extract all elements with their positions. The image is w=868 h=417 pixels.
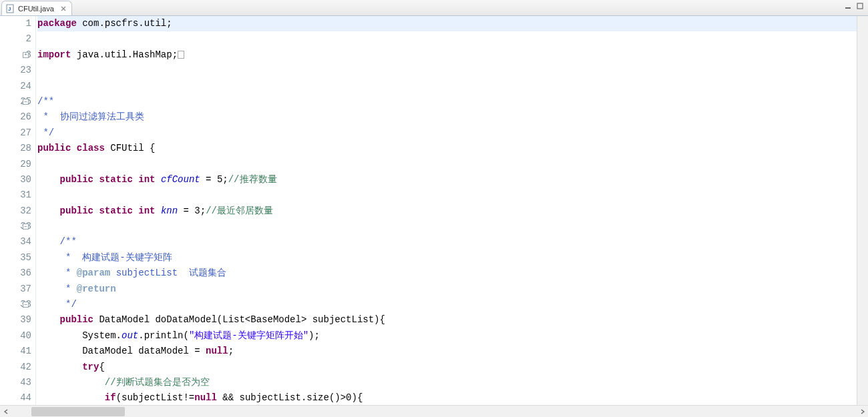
code-line[interactable]: /**: [37, 234, 868, 250]
line-number: 27: [0, 125, 31, 141]
code-line[interactable]: * @return: [37, 282, 868, 297]
code-line[interactable]: public static int knn = 3;//最近邻居数量: [37, 203, 868, 219]
line-number: 2: [0, 31, 31, 47]
svg-rect-3: [857, 3, 863, 9]
code-line[interactable]: * 协同过滤算法工具类: [37, 109, 868, 125]
line-number: 36: [0, 266, 31, 281]
code-line[interactable]: if(subjectList!=null && subjectList.size…: [37, 390, 868, 405]
code-line[interactable]: try{: [37, 360, 868, 375]
code-line[interactable]: [37, 157, 868, 172]
line-number: 29: [0, 157, 31, 172]
fold-collapse-icon[interactable]: −: [23, 302, 29, 308]
code-line[interactable]: */: [37, 125, 868, 141]
line-number: 26: [0, 109, 31, 125]
code-line[interactable]: import java.util.HashMap;: [37, 47, 868, 63]
line-number: 44: [0, 390, 31, 405]
folded-region-icon[interactable]: [178, 51, 184, 59]
line-number: 43: [0, 375, 31, 390]
minimize-icon[interactable]: [843, 1, 853, 11]
window-controls: [843, 1, 865, 11]
vertical-scrollbar[interactable]: [857, 16, 868, 405]
scroll-right-icon[interactable]: [857, 406, 868, 417]
scroll-thumb[interactable]: [31, 407, 125, 416]
fold-collapse-icon[interactable]: −: [23, 224, 29, 230]
code-line[interactable]: * 构建试题-关键字矩阵: [37, 250, 868, 266]
code-line[interactable]: */: [37, 297, 868, 312]
code-line[interactable]: /**: [37, 94, 868, 109]
line-number: 40: [0, 328, 31, 344]
tab-bar: J CFUtil.java: [0, 0, 868, 16]
code-line[interactable]: [37, 187, 868, 203]
code-line[interactable]: [37, 31, 868, 47]
line-number: 24: [0, 79, 31, 94]
horizontal-scrollbar[interactable]: [0, 405, 868, 417]
code-line[interactable]: public DataModel doDataModel(List<BaseMo…: [37, 312, 868, 328]
svg-text:J: J: [8, 6, 11, 12]
scroll-track[interactable]: [11, 406, 857, 417]
line-number: 23: [0, 63, 31, 78]
code-line[interactable]: //判断试题集合是否为空: [37, 375, 868, 390]
line-number: 31: [0, 187, 31, 203]
line-number: 28: [0, 141, 31, 156]
svg-rect-2: [845, 7, 851, 9]
line-number: 30: [0, 172, 31, 187]
line-number: 42: [0, 360, 31, 375]
line-number-gutter: 123+232425−2627282930313233−3435363738−3…: [0, 16, 36, 405]
code-area[interactable]: package com.pscfrs.util;import java.util…: [36, 16, 868, 405]
line-number: 32: [0, 203, 31, 219]
code-line[interactable]: public static int cfCount = 5;//推荐数量: [37, 172, 868, 187]
code-line[interactable]: public class CFUtil {: [37, 141, 868, 156]
line-number: 25−: [0, 94, 31, 109]
fold-collapse-icon[interactable]: −: [23, 99, 29, 105]
code-line[interactable]: package com.pscfrs.util;: [37, 16, 868, 31]
editor-tab[interactable]: J CFUtil.java: [1, 1, 72, 15]
code-line[interactable]: DataModel dataModel = null;: [37, 344, 868, 359]
line-number: 35: [0, 250, 31, 266]
code-line[interactable]: * @param subjectList 试题集合: [37, 266, 868, 281]
close-icon[interactable]: [59, 5, 67, 13]
tab-filename: CFUtil.java: [18, 5, 54, 13]
line-number: 1: [0, 16, 31, 31]
line-number: 39: [0, 312, 31, 328]
code-line[interactable]: [37, 63, 868, 78]
line-number: 41: [0, 344, 31, 359]
scroll-left-icon[interactable]: [0, 406, 11, 417]
fold-expand-icon[interactable]: +: [23, 52, 29, 58]
code-line[interactable]: [37, 79, 868, 94]
line-number: 3+: [0, 47, 31, 63]
code-line[interactable]: System.out.println("构建试题-关键字矩阵开始");: [37, 328, 868, 344]
editor-area: 123+232425−2627282930313233−3435363738−3…: [0, 16, 868, 405]
line-number: 38−: [0, 297, 31, 312]
line-number: 33−: [0, 219, 31, 234]
code-line[interactable]: [37, 219, 868, 234]
line-number: 34: [0, 234, 31, 250]
line-number: 37: [0, 282, 31, 297]
maximize-icon[interactable]: [855, 1, 865, 11]
java-file-icon: J: [6, 4, 15, 13]
